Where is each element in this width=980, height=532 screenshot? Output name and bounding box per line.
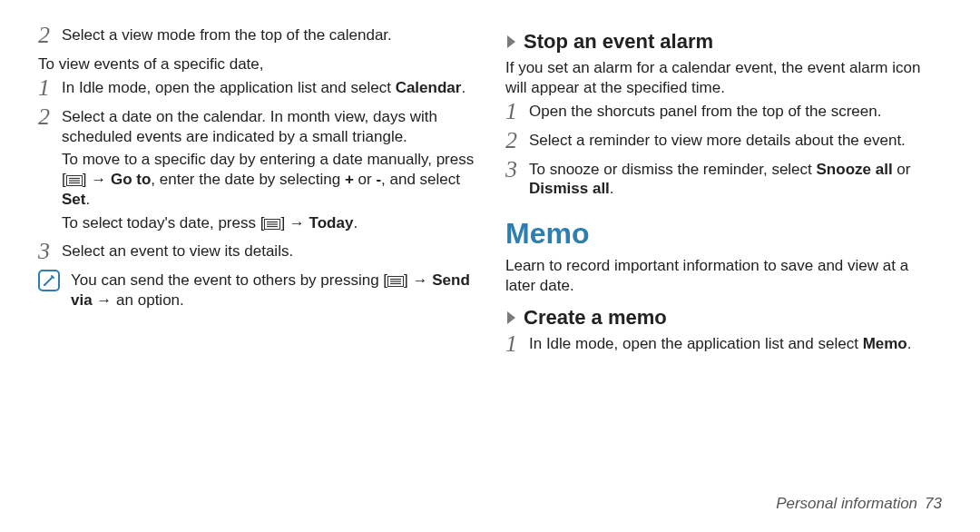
text-run: You can send the event to others by pres…: [71, 271, 387, 289]
text-bold: Dismiss all: [529, 180, 610, 197]
note-icon: [38, 270, 60, 291]
step-text: .: [461, 79, 466, 96]
menu-icon: [66, 175, 83, 186]
subheading-text: Stop an event alarm: [524, 29, 713, 54]
step-item: 1 Open the shorcuts panel from the top o…: [505, 102, 942, 125]
step-number: 1: [505, 332, 529, 356]
text-run: To select today's date, press [: [62, 214, 264, 232]
step-text: To move to a specific day by entering a …: [62, 150, 475, 209]
menu-icon: [264, 219, 280, 230]
text-run: .: [353, 214, 358, 232]
footer-section: Personal information: [776, 494, 917, 514]
step-body: Select an event to view its details.: [62, 241, 475, 261]
step-body: Select a view mode from the top of the c…: [62, 25, 475, 45]
step-item: 2 Select a date on the calendar. In mont…: [38, 107, 475, 237]
step-body: Select a reminder to view more details a…: [529, 131, 942, 151]
step-item: 3 Select an event to view its details.: [38, 241, 475, 265]
text-run: → an option.: [93, 291, 184, 309]
step-number: 3: [38, 240, 62, 263]
chevron-right-icon: [505, 310, 518, 326]
text-bold: Go to: [111, 171, 151, 188]
note-icon-wrap: [38, 271, 62, 292]
step-text: Select a date on the calendar. In month …: [62, 107, 475, 147]
text-run: ] →: [83, 171, 111, 188]
step-item: 2 Select a reminder to view more details…: [505, 131, 942, 154]
step-text-bold: Calendar: [396, 79, 462, 96]
step-item: 1 In Idle mode, open the application lis…: [505, 334, 942, 358]
text-run: .: [610, 180, 614, 197]
step-item: 1 In Idle mode, open the application lis…: [38, 78, 475, 102]
note-block: You can send the event to others by pres…: [38, 271, 475, 310]
step-number: 2: [38, 105, 62, 129]
chevron-right-icon: [505, 34, 518, 50]
step-body: Select a date on the calendar. In month …: [62, 107, 475, 237]
two-column-layout: 2 Select a view mode from the top of the…: [38, 25, 942, 488]
page-footer: Personal information 73: [38, 494, 942, 514]
text-run: ] →: [404, 271, 432, 289]
text-run: ] →: [280, 214, 309, 232]
step-body: In Idle mode, open the application list …: [62, 78, 475, 98]
menu-icon: [387, 276, 404, 287]
footer-page-number: 73: [925, 494, 942, 514]
text-bold: Memo: [863, 335, 907, 352]
step-item: 3 To snooze or dismiss the reminder, sel…: [505, 160, 942, 200]
heading-memo: Memo: [505, 215, 942, 252]
right-column: Stop an event alarm If you set an alarm …: [505, 25, 942, 488]
note-body: You can send the event to others by pres…: [71, 271, 475, 310]
text-bold: Set: [62, 191, 85, 208]
text-run: To snooze or dismiss the reminder, selec…: [529, 161, 817, 178]
step-body: In Idle mode, open the application list …: [529, 334, 942, 354]
subheading-stop-alarm: Stop an event alarm: [505, 29, 942, 54]
text-bold: Today: [309, 214, 354, 232]
step-body: To snooze or dismiss the reminder, selec…: [529, 160, 942, 200]
text-run: or: [354, 171, 377, 188]
step-number: 2: [505, 129, 529, 153]
paragraph: To view events of a specific date,: [38, 54, 475, 74]
text-run: .: [85, 191, 90, 208]
step-body: Open the shorcuts panel from the top of …: [529, 102, 942, 122]
step-number: 1: [38, 76, 62, 100]
subheading-text: Create a memo: [524, 305, 667, 330]
paragraph: If you set an alarm for a calendar event…: [505, 58, 942, 98]
step-text: In Idle mode, open the application list …: [62, 79, 396, 96]
text-run: In Idle mode, open the application list …: [529, 335, 863, 352]
step-item: 2 Select a view mode from the top of the…: [38, 25, 475, 49]
subheading-create-memo: Create a memo: [505, 305, 942, 330]
text-bold: +: [345, 171, 354, 188]
text-bold: Snooze all: [817, 161, 893, 178]
text-run: .: [907, 335, 912, 352]
step-number: 3: [505, 158, 529, 182]
text-run: or: [893, 161, 911, 178]
svg-point-8: [44, 284, 45, 286]
text-run: , enter the date by selecting: [151, 171, 345, 188]
text-run: , and select: [381, 171, 460, 188]
paragraph: Learn to record important information to…: [505, 256, 942, 296]
step-number: 2: [38, 24, 62, 47]
step-number: 1: [505, 100, 529, 123]
step-text: To select today's date, press [] → Today…: [62, 213, 475, 233]
left-column: 2 Select a view mode from the top of the…: [38, 25, 475, 488]
manual-page: 2 Select a view mode from the top of the…: [0, 0, 980, 532]
